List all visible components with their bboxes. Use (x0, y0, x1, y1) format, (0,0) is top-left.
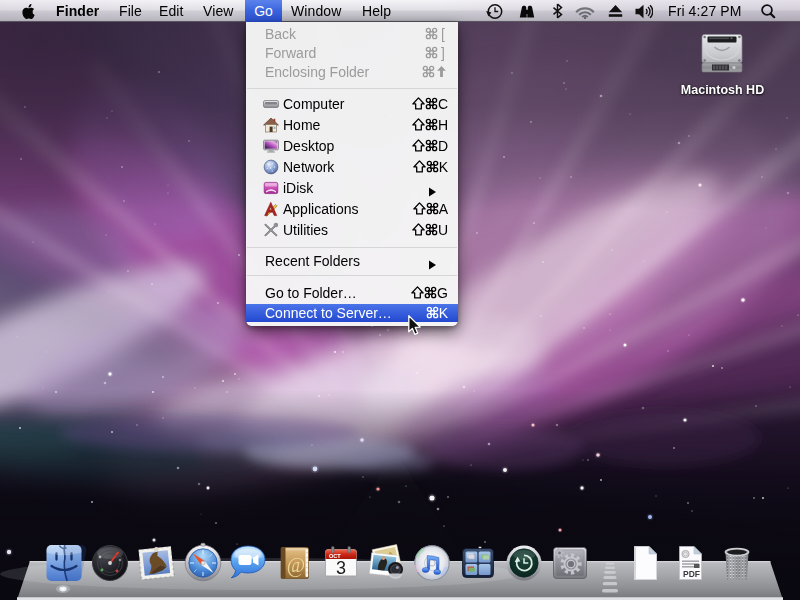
svg-text:3: 3 (336, 558, 346, 578)
svg-text:@: @ (287, 554, 305, 577)
svg-text:PDF: PDF (683, 569, 700, 579)
